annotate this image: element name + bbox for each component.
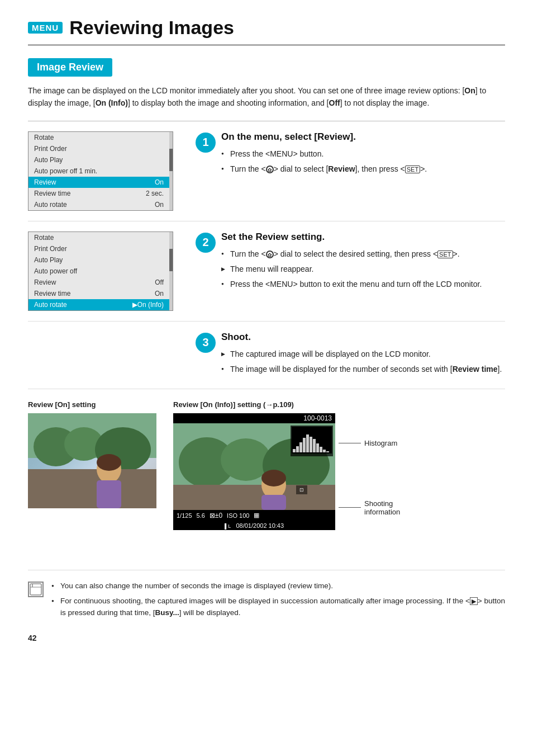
page-number: 42 xyxy=(28,634,505,642)
intro-text: The image can be displayed on the LCD mo… xyxy=(28,84,505,110)
step-1-content: 1 On the menu, select [Review]. Press th… xyxy=(196,131,505,178)
step-2-content: 2 Set the Review setting. Turn the <✿> d… xyxy=(196,231,505,294)
step-1-bullet-1: Press the <MENU> button. xyxy=(221,148,427,160)
svg-rect-12 xyxy=(173,485,335,510)
menu2-item-autorotate-selected: Auto rotate▶On (Info) xyxy=(28,299,169,310)
svg-rect-14 xyxy=(261,495,286,510)
menu-item-reviewtime: Review time2 sec. xyxy=(28,188,169,199)
metering-icon: ▦ xyxy=(254,512,259,519)
step-2-bullet-3: Press the <MENU> button to exit the menu… xyxy=(221,278,482,290)
svg-rect-18 xyxy=(296,446,299,452)
step-3-text: Shoot. The captured image will be displa… xyxy=(221,332,502,379)
histogram-label-entry: Histogram xyxy=(339,439,400,447)
svg-rect-23 xyxy=(313,439,316,452)
svg-rect-21 xyxy=(306,434,309,452)
example-on-label: Review [On] setting xyxy=(28,400,96,409)
step-number-2: 2 xyxy=(196,233,216,253)
note-item-1: You can also change the number of second… xyxy=(51,580,505,592)
step-1-row: Rotate Print Order Auto Play Auto power … xyxy=(28,121,505,221)
step-2-text: Set the Review setting. Turn the <✿> dia… xyxy=(221,231,482,294)
svg-rect-19 xyxy=(299,442,302,452)
note-item-2: For continuous shooting, the captured im… xyxy=(51,596,505,619)
example-on-info-label: Review [On (Info)] setting (→p.109) xyxy=(173,400,294,409)
step-1-menu: Rotate Print Order Auto Play Auto power … xyxy=(28,131,184,211)
menu2-item-review: ReviewOff xyxy=(28,277,169,288)
svg-rect-24 xyxy=(316,443,319,452)
svg-rect-26 xyxy=(323,450,326,452)
step-1-text: On the menu, select [Review]. Press the … xyxy=(221,131,427,178)
menu-item-autorotate: Auto rotateOn xyxy=(28,199,169,210)
step-number-3: 3 xyxy=(196,333,216,353)
menu-item-autoplay: Auto Play xyxy=(28,154,169,166)
menu-item-autopower: Auto power off 1 min. xyxy=(28,166,169,177)
svg-rect-22 xyxy=(310,437,312,452)
menu-item-rotate: Rotate xyxy=(28,132,169,143)
svg-point-15 xyxy=(261,470,286,486)
step-1-bullet-2: Turn the <✿> dial to select [Review], th… xyxy=(221,163,427,175)
section-heading: Image Review xyxy=(28,58,112,77)
info-photo-container: 100-0013 xyxy=(173,413,335,530)
step-3-bullet-1: The captured image will be displayed on … xyxy=(221,348,502,360)
info-display-row: 100-0013 xyxy=(173,413,400,542)
info-sidebar-labels: Histogram Shootinginformation xyxy=(335,413,400,542)
step-number-1: 1 xyxy=(196,133,216,153)
histogram-svg xyxy=(292,427,332,453)
example-on: Review [On] setting xyxy=(28,400,156,508)
example-on-photo-svg xyxy=(28,413,156,508)
info-photo-img: ⊡ xyxy=(173,423,335,510)
step-1-title: On the menu, select [Review]. xyxy=(221,131,427,143)
step-2-row: Rotate Print Order Auto Play Auto power … xyxy=(28,221,505,322)
svg-point-7 xyxy=(97,454,121,471)
menu-item-print: Print Order xyxy=(28,143,169,154)
step-3-content: 3 Shoot. The captured image will be disp… xyxy=(196,332,505,379)
svg-rect-20 xyxy=(303,438,306,452)
info-image-number: 100-0013 xyxy=(173,413,335,423)
menu-screenshot-2: Rotate Print Order Auto Play Auto power … xyxy=(28,231,173,311)
steps-area: Rotate Print Order Auto Play Auto power … xyxy=(28,121,505,389)
note-icon xyxy=(28,582,44,597)
step-2-menu: Rotate Print Order Auto Play Auto power … xyxy=(28,231,184,311)
menu-scrollbar-track xyxy=(169,132,173,210)
step-2-bullet-1: Turn the <✿> dial to select the desired … xyxy=(221,248,482,260)
step-2-title: Set the Review setting. xyxy=(221,231,482,243)
shooting-info-label: Shootinginformation xyxy=(364,499,400,516)
note-content: You can also change the number of second… xyxy=(51,580,505,622)
svg-rect-4 xyxy=(28,469,156,508)
iso: ISO 100 xyxy=(227,512,249,519)
menu2-scrollbar-track xyxy=(169,232,173,310)
menu-badge: MENU xyxy=(28,22,63,34)
exposure: ⊠±0 xyxy=(210,512,222,519)
svg-rect-25 xyxy=(320,447,322,452)
page-header: MENU Reviewing Images xyxy=(28,17,505,46)
example-on-info: Review [On (Info)] setting (→p.109) 100-… xyxy=(173,400,400,542)
example-on-photo xyxy=(28,413,156,508)
histogram-overlay xyxy=(291,426,333,456)
shutter-speed: 1/125 xyxy=(177,512,192,519)
histogram-label: Histogram xyxy=(364,439,397,447)
menu-screenshot-1: Rotate Print Order Auto Play Auto power … xyxy=(28,131,173,211)
image-examples: Review [On] setting Review [On (Info)] xyxy=(28,395,505,553)
step-3-row: 3 Shoot. The captured image will be disp… xyxy=(28,322,505,389)
menu2-item-print: Print Order xyxy=(28,243,169,254)
histogram-line xyxy=(339,443,361,443)
shooting-info-line xyxy=(339,507,361,508)
svg-rect-28 xyxy=(30,584,41,595)
svg-rect-27 xyxy=(326,451,329,452)
note-icon-svg xyxy=(29,583,42,596)
menu-item-review-selected: ReviewOn xyxy=(28,177,169,188)
svg-rect-17 xyxy=(293,449,296,452)
menu2-item-rotate: Rotate xyxy=(28,232,169,243)
aperture: 5.6 xyxy=(197,512,205,519)
menu2-item-autopower: Auto power off xyxy=(28,266,169,277)
step-2-bullet-2: The menu will reappear. xyxy=(221,263,482,275)
svg-rect-6 xyxy=(97,480,121,508)
note-box: You can also change the number of second… xyxy=(28,570,505,622)
step-3-title: Shoot. xyxy=(221,332,502,343)
menu2-item-reviewtime: Review timeOn xyxy=(28,288,169,299)
shooting-info-label-entry: Shootinginformation xyxy=(339,499,400,516)
step-3-bullet-2: The image will be displayed for the numb… xyxy=(221,363,502,375)
info-bottom-bar: 1/125 5.6 ⊠±0 ISO 100 ▦ xyxy=(173,510,335,521)
menu2-item-autoplay: Auto Play xyxy=(28,254,169,266)
info-datetime: ▌L 08/01/2002 10:43 xyxy=(173,521,335,530)
page-title: Reviewing Images xyxy=(69,17,234,39)
